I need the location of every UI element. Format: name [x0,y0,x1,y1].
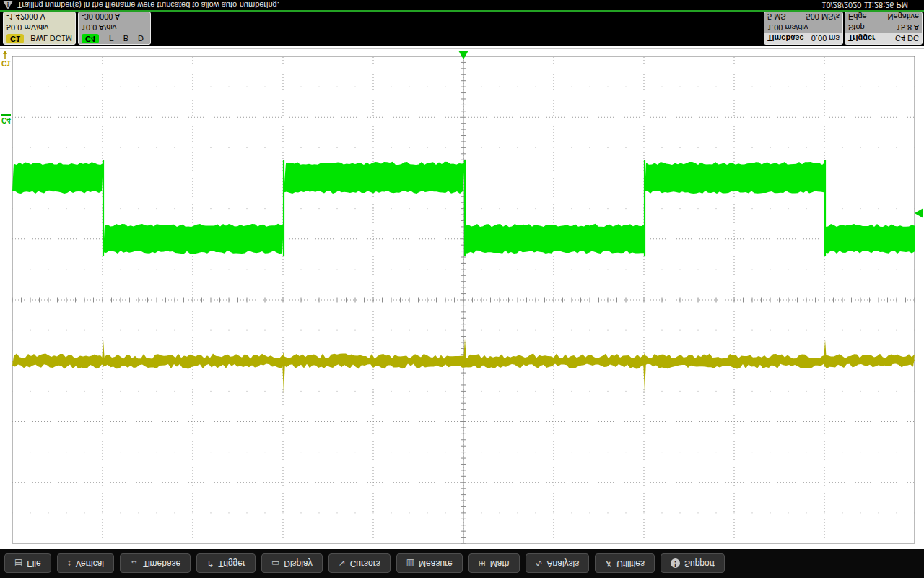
c1-offscreen-arrowhead [3,51,7,54]
c1-coupling-label: BWL DC1M [30,35,72,43]
trigger-time-marker[interactable] [458,51,468,59]
c1-vdiv: 50.0 mV/div [4,22,75,33]
channel-descriptor-c1[interactable]: C1 BWL DC1M 50.0 mV/div -1.42000 V [3,12,76,45]
datetime: 10/28/2020 11:28:26 PM [821,1,924,9]
c4-header: C4 F B D [79,33,150,44]
trigger-slope: Negative [888,13,919,22]
message-bar: ! Trailing number(s) in the filename wer… [0,0,924,10]
timebase-rate: 500 MS/s [806,13,840,22]
trigger-title: Trigger [848,35,875,43]
trigger-level-marker[interactable] [915,208,923,218]
c4-offset: -30.0000 A [79,12,150,22]
trigger-type-row: Edge Negative [845,12,922,22]
trigger-header: Trigger C4 DC [845,33,922,44]
waveform-svg: C4C1 [0,0,924,578]
trigger-mode: Stop [848,24,865,33]
status-separator-line [0,10,924,12]
c4-status-letters: F B D [109,35,147,43]
timebase-descriptor[interactable]: Timebase 0.00 ms 1.00 ms/div 5 MS 500 MS… [764,12,843,45]
oscilloscope-screen: ▤File↕Vertical↔Timebase↱Trigger▭Display↘… [0,0,924,578]
trigger-level: 15.8 A [897,24,919,33]
c4-badge: C4 [82,34,99,43]
c1-axis-label[interactable]: C1 [1,59,11,67]
descriptor-strip: C1 BWL DC1M 50.0 mV/div -1.42000 V C4 F … [0,12,924,46]
trigger-source: C4 DC [895,35,919,43]
trigger-status-row: Stop 15.8 A [845,22,922,33]
trigger-descriptor[interactable]: Trigger C4 DC Stop 15.8 A Edge Negative [845,12,923,45]
graticule [0,48,924,543]
timebase-delay: 0.00 ms [811,35,840,43]
c1-badge: C1 [6,34,24,43]
timebase-title: Timebase [767,35,804,43]
timebase-header: Timebase 0.00 ms [764,33,842,44]
timebase-samples: 5 MS [767,13,786,22]
trigger-type: Edge [848,13,867,22]
timebase-sampling: 5 MS 500 MS/s [764,12,842,22]
status-message: Trailing number(s) in the filename were … [17,1,821,9]
c4-axis-label[interactable]: C4 [1,116,11,124]
c1-header: C1 BWL DC1M [4,33,75,44]
channel-descriptor-c4[interactable]: C4 F B D 10.0 A/div -30.0000 A [78,12,151,45]
timebase-scale: 1.00 ms/div [764,22,842,33]
markers: C4C1 [1,51,923,218]
c1-offset: -1.42000 V [4,12,75,22]
warning-icon: ! [3,1,13,9]
c4-vdiv: 10.0 A/div [79,22,150,33]
